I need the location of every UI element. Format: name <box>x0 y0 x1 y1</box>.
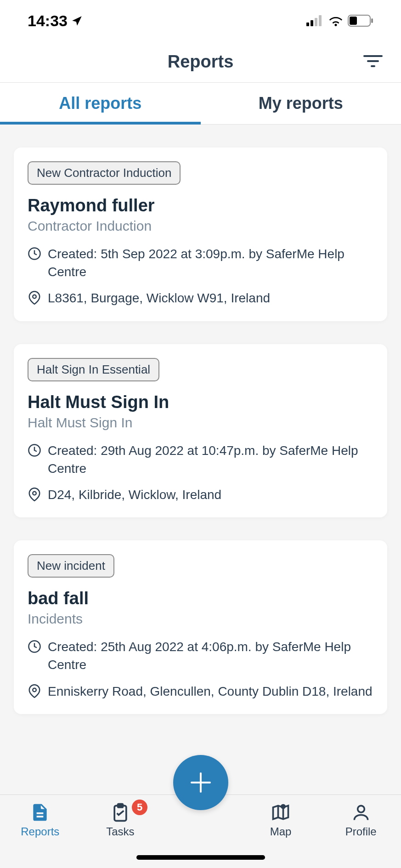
report-card[interactable]: New Contractor Induction Raymond fuller … <box>14 148 387 321</box>
location-row: Enniskerry Road, Glencullen, County Dubl… <box>28 682 373 700</box>
location-row: L8361, Burgage, Wicklow W91, Ireland <box>28 289 373 307</box>
plus-icon <box>187 769 215 796</box>
svg-rect-19 <box>118 804 123 807</box>
svg-point-13 <box>33 492 36 495</box>
time-label: 14:33 <box>28 12 68 30</box>
report-subtitle: Contractor Induction <box>28 218 373 234</box>
svg-rect-1 <box>311 20 313 26</box>
tabs: All reports My reports <box>0 83 401 125</box>
created-text: Created: 25th Aug 2022 at 4:06p.m. by Sa… <box>48 638 373 674</box>
reports-list: New Contractor Induction Raymond fuller … <box>0 125 401 714</box>
tab-all-reports[interactable]: All reports <box>0 83 201 124</box>
location-arrow-icon <box>71 15 83 27</box>
status-bar: 14:33 <box>0 0 401 41</box>
add-button[interactable] <box>173 755 228 810</box>
report-title: Halt Must Sign In <box>28 392 373 412</box>
filter-icon <box>363 54 383 68</box>
tab-label: All reports <box>59 94 141 113</box>
report-title: bad fall <box>28 589 373 608</box>
svg-point-24 <box>357 806 364 812</box>
profile-icon <box>351 802 371 823</box>
reports-icon <box>30 802 50 823</box>
clock-icon <box>28 443 41 457</box>
location-text: L8361, Burgage, Wicklow W91, Ireland <box>48 289 270 307</box>
svg-point-15 <box>33 688 36 692</box>
status-time: 14:33 <box>28 12 83 30</box>
tab-my-reports[interactable]: My reports <box>201 83 401 124</box>
tasks-icon <box>110 802 130 823</box>
wifi-icon <box>328 15 343 26</box>
clock-icon <box>28 247 41 261</box>
created-row: Created: 29th Aug 2022 at 10:47p.m. by S… <box>28 442 373 477</box>
svg-rect-2 <box>315 18 317 26</box>
svg-rect-6 <box>371 18 373 23</box>
map-icon <box>271 802 291 823</box>
pin-icon <box>28 291 41 305</box>
report-subtitle: Halt Must Sign In <box>28 415 373 431</box>
nav-tasks[interactable]: 5 Tasks <box>80 802 161 838</box>
status-icons <box>306 15 373 27</box>
created-text: Created: 29th Aug 2022 at 10:47p.m. by S… <box>48 442 373 477</box>
nav-label: Tasks <box>106 825 134 838</box>
tasks-badge: 5 <box>132 800 147 815</box>
svg-marker-20 <box>273 806 288 819</box>
svg-rect-3 <box>319 15 322 26</box>
header: Reports <box>0 41 401 83</box>
nav-label: Profile <box>345 825 377 838</box>
nav-reports[interactable]: Reports <box>0 802 80 838</box>
status-badge: New incident <box>28 554 114 578</box>
nav-label: Map <box>270 825 292 838</box>
home-indicator[interactable] <box>136 855 265 860</box>
status-badge: New Contractor Induction <box>28 161 181 185</box>
pin-icon <box>28 488 41 501</box>
filter-button[interactable] <box>363 54 383 70</box>
nav-profile[interactable]: Profile <box>321 802 401 838</box>
location-text: D24, Kilbride, Wicklow, Ireland <box>48 486 221 504</box>
tab-label: My reports <box>259 94 343 113</box>
battery-icon <box>348 15 373 27</box>
pin-icon <box>28 684 41 698</box>
report-card[interactable]: Halt Sign In Essential Halt Must Sign In… <box>14 344 387 518</box>
report-subtitle: Incidents <box>28 611 373 627</box>
created-text: Created: 5th Sep 2022 at 3:09p.m. by Saf… <box>48 245 373 281</box>
page-title: Reports <box>168 52 234 72</box>
svg-point-11 <box>33 295 36 299</box>
clock-icon <box>28 640 41 653</box>
location-text: Enniskerry Road, Glencullen, County Dubl… <box>48 682 373 700</box>
report-title: Raymond fuller <box>28 196 373 216</box>
report-card[interactable]: New incident bad fall Incidents Created:… <box>14 540 387 714</box>
status-badge: Halt Sign In Essential <box>28 358 159 381</box>
created-row: Created: 5th Sep 2022 at 3:09p.m. by Saf… <box>28 245 373 281</box>
nav-label: Reports <box>21 825 59 838</box>
svg-point-23 <box>282 805 285 808</box>
nav-map[interactable]: Map <box>241 802 321 838</box>
svg-rect-0 <box>306 23 309 26</box>
location-row: D24, Kilbride, Wicklow, Ireland <box>28 486 373 504</box>
svg-rect-5 <box>350 17 357 25</box>
created-row: Created: 25th Aug 2022 at 4:06p.m. by Sa… <box>28 638 373 674</box>
signal-icon <box>306 15 324 26</box>
